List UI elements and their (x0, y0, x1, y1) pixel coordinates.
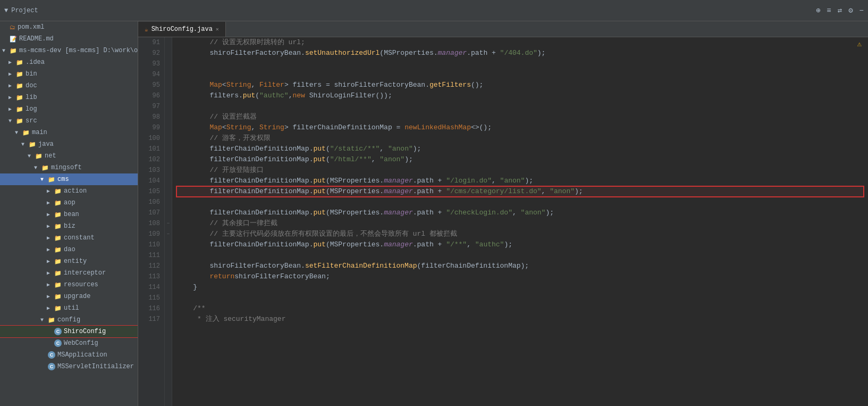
line-number: 101 (142, 144, 160, 154)
sidebar-item-lib[interactable]: ▶📁lib (0, 92, 138, 103)
editor-area: ☕ ShiroConfig.java ✕ 9192939495969798991… (138, 21, 868, 406)
gutter-line (165, 112, 172, 122)
sidebar-item-interceptor[interactable]: ▶📁interceptor (0, 267, 138, 279)
sidebar-item-bin[interactable]: ▶📁bin (0, 68, 138, 80)
sidebar-item-src[interactable]: ▼📁src (0, 115, 138, 127)
sidebar-item-aop[interactable]: ▶📁aop (0, 197, 138, 209)
sidebar-item-doc[interactable]: ▶📁doc (0, 80, 138, 92)
sidebar-item-ShiroConfig[interactable]: CShiroConfig (0, 326, 138, 337)
line-number: 97 (142, 101, 160, 112)
sidebar-item-config[interactable]: ▼📁config (0, 314, 138, 326)
sidebar-item-upgrade[interactable]: ▶📁upgrade (0, 291, 138, 302)
sidebar-item-cms[interactable]: ▼📁cms (0, 173, 138, 185)
code-line: shiroFilterFactoryBean.setFilterChainDef… (176, 261, 864, 271)
warning-indicator: ⚠ (857, 39, 862, 48)
gutter-line (165, 101, 172, 112)
tree-item-icon: 📁 (54, 200, 62, 206)
tree-arrow-icon: ▶ (47, 293, 53, 300)
sidebar-item-util[interactable]: ▶📁util (0, 302, 138, 314)
tab-close-icon[interactable]: ✕ (216, 26, 219, 32)
sidebar-item-dao[interactable]: ▶📁dao (0, 244, 138, 255)
globe-icon[interactable]: ⊕ (816, 6, 820, 15)
tree-item-icon: 📁 (16, 118, 23, 125)
toolbar-title: ▼ Project (4, 7, 38, 14)
code-line: * 注入 securityManager (176, 314, 864, 325)
list-icon[interactable]: ≡ (827, 6, 831, 15)
code-line (176, 293, 864, 303)
code-content: // 设置无权限时跳转的 url; shiroFilterFactoryBean… (172, 37, 868, 406)
sidebar-item-main[interactable]: ▼📁main (0, 127, 138, 138)
tree-item-icon: 📁 (29, 141, 36, 148)
code-line: } (176, 282, 864, 293)
sidebar-item-readme[interactable]: 📝README.md (0, 33, 138, 45)
tab-shiroconfig[interactable]: ☕ ShiroConfig.java ✕ (138, 22, 226, 37)
gutter-line: − (165, 218, 172, 229)
tree-arrow-icon: ▼ (9, 118, 15, 124)
code-line (176, 101, 864, 112)
arrows-icon[interactable]: ⇄ (838, 6, 842, 15)
tree-item-label: MSApplication (57, 351, 107, 359)
tree-arrow-icon: ▼ (28, 153, 34, 159)
code-line (176, 250, 864, 261)
gutter-line (165, 59, 172, 69)
gutter-line (165, 37, 172, 48)
sidebar-item-idea[interactable]: ▶📁.idea (0, 56, 138, 68)
code-line (176, 69, 864, 80)
tree-item-icon: 📁 (10, 47, 17, 54)
tree-item-label: lib (26, 94, 37, 101)
gutter-line (165, 133, 172, 144)
line-number: 113 (142, 271, 160, 282)
sidebar-item-java[interactable]: ▼📁java (0, 138, 138, 150)
gutter-line (165, 197, 172, 208)
tree-item-label: mingsoft (51, 164, 82, 171)
sidebar-item-MSApplication[interactable]: CMSApplication (0, 349, 138, 361)
tree-item-icon: 📁 (41, 164, 49, 171)
code-line: // 开放登陆接口 (176, 165, 864, 176)
line-number: 95 (142, 80, 160, 90)
tree-arrow-icon: ▶ (47, 188, 53, 194)
sidebar-item-biz[interactable]: ▶📁biz (0, 220, 138, 232)
minus-icon[interactable]: − (859, 6, 864, 15)
tree-arrow-icon: ▼ (21, 142, 28, 147)
line-number: 93 (142, 59, 160, 69)
tree-arrow-icon: ▶ (47, 200, 53, 206)
sidebar-item-log[interactable]: ▶📁log (0, 103, 138, 115)
sidebar-item-WebConfig[interactable]: CWebConfig (0, 337, 138, 349)
gutter-line (165, 250, 172, 261)
tree-item-label: upgrade (64, 293, 90, 300)
tree-arrow-icon: ▶ (47, 305, 53, 311)
code-line: // 主要这行代码必须放在所有权限设置的最后，不然会导致所有 url 都被拦截 (176, 229, 864, 239)
code-editor[interactable]: 9192939495969798991001011021031041051061… (138, 37, 868, 406)
sidebar-item-entity[interactable]: ▶📁entity (0, 255, 138, 267)
tree-item-label: cms (57, 176, 69, 183)
gutter-line (165, 90, 172, 101)
tree-item-icon: 📁 (54, 223, 62, 230)
code-line: filterChainDefinitionMap.put(MSPropertie… (176, 239, 864, 250)
line-number: 99 (142, 122, 160, 133)
sidebar-item-action[interactable]: ▶📁action (0, 185, 138, 197)
sidebar-item-ms-mcms[interactable]: ▼📁ms-mcms-dev [ms-mcms] D:\work\open\ms-… (0, 45, 138, 56)
sidebar-item-MSServletInitializer[interactable]: CMSServletInitializer (0, 361, 138, 372)
sidebar-item-mingsoft[interactable]: ▼📁mingsoft (0, 162, 138, 173)
sidebar-item-net[interactable]: ▼📁net (0, 150, 138, 162)
tree-item-icon: 📝 (10, 36, 17, 43)
tree-item-icon: 🗂 (10, 24, 15, 31)
tree-item-label: entity (64, 258, 87, 265)
tree-arrow-icon: ▶ (47, 270, 53, 276)
gear-icon[interactable]: ⚙ (848, 6, 853, 15)
gutter-line (165, 261, 172, 271)
sidebar-item-pom[interactable]: 🗂pom.xml (0, 21, 138, 33)
sidebar-item-resources[interactable]: ▶📁resources (0, 279, 138, 291)
sidebar-item-bean[interactable]: ▶📁bean (0, 209, 138, 220)
line-number: 100 (142, 133, 160, 144)
line-number: 109 (142, 229, 160, 239)
code-line: filterChainDefinitionMap.put(MSPropertie… (176, 186, 864, 197)
tree-arrow-icon: ▶ (47, 281, 53, 288)
tree-arrow-icon: ▼ (15, 130, 21, 136)
tree-arrow-icon: ▶ (9, 82, 15, 89)
sidebar-item-constant[interactable]: ▶📁constant (0, 232, 138, 244)
tree-item-label: util (64, 304, 79, 312)
line-number: 105 (142, 186, 160, 197)
gutter-line (165, 154, 172, 165)
code-line: // 其余接口一律拦截 (176, 218, 864, 229)
